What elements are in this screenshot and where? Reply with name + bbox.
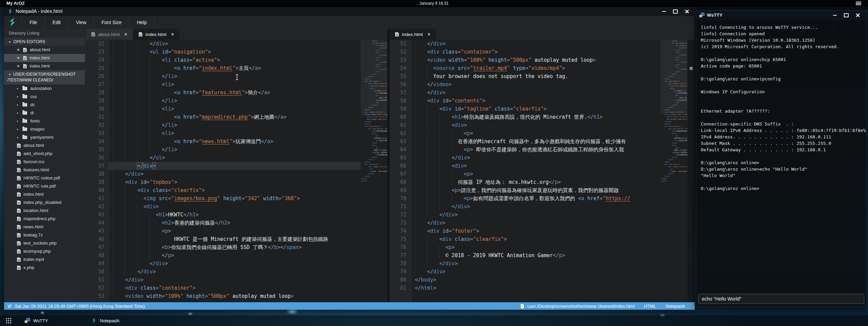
code-line[interactable]: </div> (109, 170, 361, 178)
hamburger-menu-icon[interactable] (856, 2, 861, 5)
sidebar-file-mapredirect.php[interactable]: mapredirect.php (4, 215, 85, 223)
sidebar-file-trailer.mp4[interactable]: trailer.mp4 (4, 255, 85, 264)
tab-index.html[interactable]: index.html× (133, 29, 179, 40)
line-number[interactable]: 69 (390, 186, 411, 194)
taskbar-item-wstty[interactable]: WsTTY (24, 315, 48, 326)
sidebar-file-HKWTC notice.pdf[interactable]: HKWTC notice.pdf (4, 174, 85, 182)
line-number[interactable]: 30 (85, 105, 109, 113)
code-line[interactable]: <p> (411, 129, 661, 137)
line-number[interactable]: 53 (85, 292, 109, 300)
notepada-titlebar[interactable]: NotepadA - index.html ✕ (4, 7, 695, 16)
code-line[interactable]: <div> (411, 162, 661, 170)
line-number[interactable]: 51 (85, 276, 109, 284)
line-number[interactable]: 79 (390, 268, 411, 276)
line-number[interactable]: 66 (390, 162, 411, 170)
line-number[interactable]: 31 (85, 113, 109, 121)
code-line[interactable]: <a href="index.html">主頁</a> (109, 64, 361, 72)
sidebar-folder-autostation[interactable]: ▸autostation (4, 84, 85, 93)
line-number[interactable]: 78 (390, 260, 411, 268)
code-line[interactable]: </div> (109, 268, 361, 276)
line-number[interactable]: 40 (85, 186, 109, 194)
code-line[interactable]: <p>如有問題或需要申請白名單，歡迎加入我們的 <a href="https:/… (411, 194, 661, 203)
menu-file[interactable]: File (22, 16, 45, 29)
tab-about.html[interactable]: about.html× (86, 29, 132, 40)
code-line[interactable]: <li> (109, 129, 361, 137)
minimap-left[interactable]: </div> <ul id="navigation"> <li class="a… (361, 40, 387, 302)
line-number[interactable]: 38 (85, 170, 109, 178)
line-number[interactable]: 52 (390, 48, 411, 56)
code-line[interactable]: <p> 即使你不是建築師，你也能透過紅石師或鐵路工程師的身份加入我 (411, 146, 661, 154)
terminal-command-input[interactable] (698, 294, 864, 304)
code-line[interactable]: <div class="container"> (109, 284, 361, 292)
line-number[interactable]: 72 (390, 211, 411, 219)
code-line[interactable]: 伺服器 IP 地址為： mcs.hkwtc.org</p> (411, 178, 661, 186)
code-line[interactable]: <h2>香港的建築伺服器</h2> (109, 219, 361, 227)
code-line[interactable]: Your browser does not support the video … (411, 72, 661, 80)
line-number[interactable]: 27 (85, 80, 109, 89)
line-number[interactable]: 37 (85, 162, 109, 170)
line-number[interactable]: 80 (390, 276, 411, 284)
line-number[interactable]: 47 (85, 243, 109, 251)
minimap-right[interactable]: </div> <ul id="navigation"> <li class="a… (661, 40, 687, 302)
line-number[interactable]: 39 (85, 178, 109, 186)
line-number[interactable]: 75 (390, 235, 411, 243)
close-icon[interactable]: × (17, 54, 21, 62)
app-grid-icon[interactable] (6, 318, 11, 323)
minimize-button[interactable] (829, 11, 840, 20)
maximize-button[interactable] (670, 7, 681, 16)
line-number[interactable]: 56 (390, 80, 411, 89)
code-line[interactable]: <div> (109, 203, 361, 211)
menu-help[interactable]: Help (129, 16, 155, 29)
line-number[interactable]: 59 (390, 105, 411, 113)
pane-splitter[interactable] (387, 29, 390, 302)
line-number[interactable]: 74 (390, 227, 411, 235)
line-number[interactable]: 25 (85, 64, 109, 72)
code-line[interactable]: </ul> (109, 154, 361, 162)
code-line[interactable]: © 2018 - 2019 HKWTC Animation Gamer</p> (411, 251, 661, 260)
code-line[interactable]: <div id="contents"> (411, 97, 661, 105)
line-number[interactable]: 29 (85, 97, 109, 105)
status-file-path[interactable]: user:/Desktop/screenshot/test/www cleane… (527, 304, 635, 309)
code-line[interactable]: <li> (109, 80, 361, 89)
code-line[interactable]: <div id="footer"> (411, 227, 661, 235)
code-line[interactable]: </div> (411, 203, 661, 211)
code-line[interactable]: <p> (411, 170, 661, 178)
code-line[interactable]: </div> (109, 40, 361, 48)
code-editor-right[interactable]: </div> <div class="container"> <video wi… (411, 40, 661, 302)
sidebar-file-x.php[interactable]: x.php (4, 264, 85, 272)
minimize-button[interactable] (658, 7, 670, 16)
line-number-gutter[interactable]: 2223242526272829303132333435363738394041… (85, 40, 109, 302)
code-line[interactable]: <div id="topbox"> (109, 178, 361, 186)
code-line[interactable]: </li> (109, 121, 361, 129)
line-number[interactable]: 26 (85, 72, 109, 80)
line-number[interactable]: 35 (85, 146, 109, 154)
code-line[interactable]: </div> (411, 40, 661, 48)
code-line[interactable]: </html> (411, 284, 661, 292)
sidebar-file-add_vhost.php[interactable]: add_vhost.php (4, 150, 85, 158)
sidebar-folder-dc[interactable]: ▸dc (4, 101, 85, 109)
line-number[interactable]: 71 (390, 203, 411, 211)
tab-index.html[interactable]: index.html× (390, 29, 436, 40)
code-line[interactable]: </div> (411, 260, 661, 268)
line-number[interactable]: 34 (85, 137, 109, 146)
code-line[interactable]: </div> (109, 276, 361, 284)
scrollbar-handle[interactable] (690, 67, 693, 70)
line-number[interactable]: 49 (85, 260, 109, 268)
close-icon[interactable]: × (428, 32, 430, 37)
line-number[interactable]: 77 (390, 251, 411, 260)
code-line[interactable]: <img src="images/box.png" height="342" w… (109, 194, 361, 203)
line-number[interactable]: 22 (85, 40, 109, 48)
line-number[interactable]: 33 (85, 129, 109, 137)
close-icon[interactable]: × (17, 46, 21, 54)
sidebar-file-location.html[interactable]: location.html (4, 207, 85, 215)
code-line[interactable]: <p> (109, 227, 361, 235)
line-number[interactable]: 55 (390, 72, 411, 80)
sidebar-file-features.html[interactable]: features.html (4, 166, 85, 174)
line-number[interactable]: 32 (85, 121, 109, 129)
code-line[interactable]: <li> (109, 105, 361, 113)
code-line[interactable]: </div> (411, 211, 661, 219)
close-icon[interactable]: × (124, 32, 127, 37)
vertical-scrollbar[interactable] (688, 40, 695, 302)
line-number[interactable]: 70 (390, 194, 411, 203)
terminal-output[interactable]: [info] Conencting to arozos WsTTY servic… (696, 20, 866, 290)
